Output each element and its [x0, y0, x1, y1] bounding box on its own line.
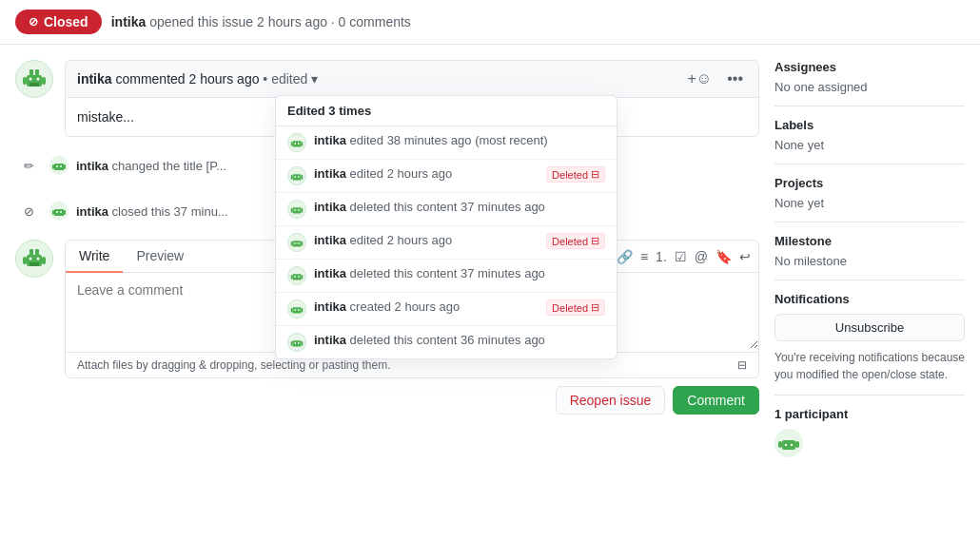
- svg-rect-47: [291, 341, 293, 346]
- mini-avatar: [287, 233, 306, 252]
- svg-point-43: [294, 309, 296, 311]
- deleted-icon: ⊟: [591, 235, 599, 247]
- history-username: intika: [314, 333, 346, 347]
- mini-avatar: [287, 299, 306, 319]
- unsubscribe-button[interactable]: Unsubscribe: [774, 314, 965, 341]
- main-layout: intika commented 2 hours ago • edited ▾ …: [0, 45, 980, 560]
- participants-label: 1 participant: [774, 407, 965, 421]
- history-username: intika: [314, 133, 346, 147]
- svg-point-14: [298, 143, 300, 145]
- sidebar-milestone: Milestone No milestone: [774, 222, 965, 280]
- mention-icon[interactable]: @: [695, 249, 708, 264]
- svg-point-76: [785, 444, 787, 446]
- svg-rect-71: [29, 262, 39, 266]
- assignees-value: No one assigned: [774, 80, 965, 94]
- list-ol-icon[interactable]: 1.: [656, 249, 667, 264]
- deleted-badge: Deleted ⊟: [546, 233, 605, 249]
- svg-rect-52: [54, 164, 64, 170]
- history-item: intika created 2 hours ago Deleted ⊟: [276, 293, 617, 326]
- attach-text: Attach files by dragging & dropping, sel…: [77, 358, 391, 372]
- svg-point-6: [29, 78, 32, 81]
- history-username: intika: [314, 166, 346, 181]
- svg-rect-42: [302, 308, 304, 313]
- svg-rect-16: [293, 174, 302, 180]
- write-actions: Reopen issue Comment: [65, 378, 759, 415]
- history-username: intika: [314, 266, 346, 280]
- issue-meta-text: opened this issue 2 hours ago · 0 commen…: [149, 14, 411, 29]
- history-item-content: intika edited 2 hours ago: [314, 233, 539, 247]
- svg-point-26: [298, 209, 300, 211]
- svg-point-20: [298, 176, 300, 178]
- history-item-content: intika edited 2 hours ago: [314, 166, 539, 181]
- history-item-content: intika deleted this content 37 minutes a…: [314, 200, 605, 214]
- history-action: deleted this content 37 minutes ago: [350, 266, 545, 280]
- link-icon[interactable]: 🔗: [617, 249, 633, 264]
- edit-history-dropdown: Edited 3 times intika edited 38 minutes …: [275, 95, 617, 359]
- reopen-button[interactable]: Reopen issue: [556, 386, 666, 415]
- tab-preview[interactable]: Preview: [123, 241, 197, 273]
- edited-toggle[interactable]: • edited ▾: [263, 71, 318, 87]
- history-item-content: intika deleted this content 36 minutes a…: [314, 333, 605, 347]
- svg-rect-4: [29, 69, 33, 77]
- tab-write[interactable]: Write: [66, 241, 123, 273]
- svg-point-62: [60, 211, 62, 213]
- svg-rect-35: [291, 275, 293, 280]
- svg-rect-65: [23, 257, 27, 264]
- svg-rect-59: [52, 210, 54, 215]
- svg-rect-60: [64, 210, 66, 215]
- history-item: intika edited 38 minutes ago (most recen…: [276, 126, 617, 160]
- ref-icon[interactable]: 🔖: [715, 249, 732, 264]
- mini-avatar: [287, 166, 306, 185]
- history-username: intika: [314, 299, 346, 314]
- comment-button[interactable]: Comment: [673, 386, 759, 415]
- content-area: intika commented 2 hours ago • edited ▾ …: [15, 60, 759, 545]
- history-username: intika: [314, 233, 346, 247]
- svg-point-49: [294, 342, 296, 344]
- reply-icon[interactable]: ↩: [739, 249, 751, 264]
- svg-point-77: [791, 444, 793, 446]
- task-list-icon[interactable]: ☑: [675, 249, 687, 264]
- add-reaction-button[interactable]: +☺: [684, 68, 716, 89]
- circle-slash-icon: ⊘: [15, 198, 42, 224]
- svg-point-44: [298, 309, 300, 311]
- issue-meta: intika opened this issue 2 hours ago · 0…: [111, 14, 411, 29]
- svg-rect-29: [291, 241, 293, 246]
- labels-label: Labels: [774, 118, 965, 132]
- svg-point-38: [298, 276, 300, 278]
- comment-header: intika commented 2 hours ago • edited ▾ …: [66, 61, 758, 98]
- history-item-content: intika deleted this content 37 minutes a…: [314, 266, 605, 280]
- svg-rect-3: [42, 77, 46, 85]
- dropdown-title: Edited 3 times: [276, 96, 617, 126]
- deleted-icon: ⊟: [591, 301, 599, 314]
- mini-avatar: [287, 333, 306, 352]
- svg-point-70: [37, 258, 40, 261]
- svg-point-37: [294, 276, 296, 278]
- svg-rect-58: [54, 209, 64, 216]
- history-item: intika deleted this content 36 minutes a…: [276, 326, 617, 358]
- list-ul-icon[interactable]: ≡: [640, 249, 648, 264]
- assignees-label: Assignees: [774, 60, 965, 74]
- history-username: intika: [314, 200, 346, 214]
- history-action: created 2 hours ago: [350, 299, 461, 314]
- svg-rect-54: [64, 164, 66, 169]
- svg-point-61: [56, 211, 58, 213]
- pencil-icon: ✏: [15, 152, 42, 179]
- svg-rect-48: [302, 341, 304, 346]
- svg-point-56: [60, 165, 62, 167]
- page-wrapper: ⊘ Closed intika opened this issue 2 hour…: [0, 0, 980, 560]
- svg-rect-12: [302, 142, 304, 146]
- svg-rect-28: [293, 241, 302, 246]
- sidebar-notifications: Notifications Unsubscribe You're receivi…: [774, 280, 965, 396]
- participant-avatar: [774, 429, 803, 457]
- svg-point-31: [294, 242, 296, 244]
- svg-rect-24: [302, 208, 304, 213]
- history-action: edited 38 minutes ago (most recent): [350, 133, 548, 147]
- mini-avatar: [287, 133, 306, 152]
- history-item: intika edited 2 hours ago Deleted ⊟: [276, 160, 617, 193]
- more-options-button[interactable]: •••: [723, 68, 747, 89]
- comment-timestamp: commented 2 hours ago: [115, 71, 259, 87]
- sidebar-participants: 1 participant: [774, 396, 965, 457]
- svg-rect-74: [778, 441, 782, 448]
- deleted-badge: Deleted ⊟: [546, 166, 605, 183]
- history-action: edited 2 hours ago: [350, 166, 453, 181]
